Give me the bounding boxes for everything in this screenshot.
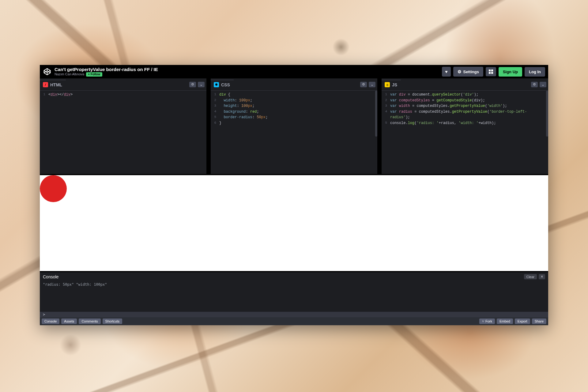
html-badge-icon [43,82,48,87]
js-pane: JS 1var div = document.querySelector('di… [382,78,548,174]
fork-icon [482,319,484,323]
codepen-window: Can't getPropertyValue border-radius on … [40,65,548,325]
console-output: "radius: 50px" "width: 100px" [40,281,548,312]
footer-assets-button[interactable]: Assets [61,318,77,324]
settings-label: Settings [463,70,479,74]
console-prompt[interactable]: > [40,312,548,317]
html-editor[interactable]: 1<div></div> [40,91,206,174]
js-dropdown-icon[interactable] [540,82,546,87]
title-block: Can't getPropertyValue border-radius on … [55,67,442,77]
css-editor[interactable]: 1div { 2 width: 100px; 3 height: 100px; … [211,91,377,174]
console-title: Console [43,274,58,279]
rendered-circle [40,175,67,202]
html-settings-icon[interactable] [189,82,196,87]
console-clear-button[interactable]: Clear [524,274,537,279]
view-switch-button[interactable] [486,67,496,76]
header: Can't getPropertyValue border-radius on … [40,65,548,78]
fork-label: Fork [485,319,492,323]
js-pane-header: JS [382,78,548,91]
author-name[interactable]: Nazım Can Altınova [55,72,84,76]
css-settings-icon[interactable] [360,82,367,87]
css-badge-icon [214,82,219,87]
css-scrollbar[interactable] [375,91,377,137]
console-close-button[interactable]: ✕ [539,274,545,279]
footer-fork-button[interactable]: Fork [479,318,495,324]
header-actions: Settings Sign Up Log In [442,67,545,77]
console-header: Console Clear ✕ [40,272,548,281]
result-preview[interactable] [40,174,548,272]
js-tab-label: JS [392,82,397,87]
footer-export-button[interactable]: Export [515,318,530,324]
js-scrollbar[interactable] [546,91,548,137]
html-tab[interactable]: HTML [40,80,66,89]
html-tab-label: HTML [50,82,62,87]
css-tab-label: CSS [221,82,230,87]
editors-row: HTML 1<div></div> CSS [40,78,548,174]
html-dropdown-icon[interactable] [198,82,205,87]
gear-icon [458,69,462,74]
footer-embed-button[interactable]: Embed [497,318,513,324]
login-button[interactable]: Log In [525,67,545,77]
css-tab[interactable]: CSS [211,80,234,89]
css-pane: CSS 1div { 2 width: 100px; 3 height: 100… [211,78,377,174]
js-tab[interactable]: JS [382,80,401,89]
footer-console-button[interactable]: Console [42,318,59,324]
js-badge-icon [385,82,390,87]
love-button[interactable] [442,67,450,77]
html-pane-header: HTML [40,78,206,91]
codepen-logo-icon[interactable] [43,67,51,76]
footer-shortcuts-button[interactable]: Shortcuts [103,318,122,324]
follow-button[interactable]: + Follow [86,72,102,77]
pen-title: Can't getPropertyValue border-radius on … [55,67,442,72]
css-dropdown-icon[interactable] [369,82,375,87]
css-pane-header: CSS [211,78,377,91]
settings-button[interactable]: Settings [453,67,483,77]
signup-button[interactable]: Sign Up [499,67,522,77]
html-pane: HTML 1<div></div> [40,78,206,174]
footer-comments-button[interactable]: Comments [79,318,100,324]
footer-bar: Console Assets Comments Shortcuts Fork E… [40,317,548,325]
grid-icon [489,70,493,74]
js-settings-icon[interactable] [531,82,538,87]
console-panel: Console Clear ✕ "radius: 50px" "width: 1… [40,272,548,317]
footer-share-button[interactable]: Share [532,318,546,324]
js-editor[interactable]: 1var div = document.querySelector('div')… [382,91,548,174]
